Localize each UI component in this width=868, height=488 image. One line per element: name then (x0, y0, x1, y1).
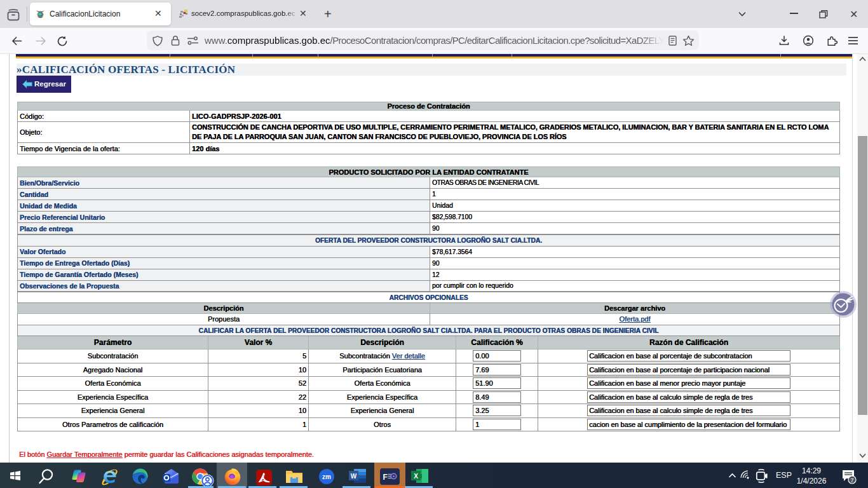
svg-text:7: 7 (850, 477, 853, 484)
svg-text:F: F (383, 473, 388, 482)
svg-text:W: W (351, 473, 357, 480)
svg-text:X: X (414, 473, 418, 480)
svg-text:zm: zm (322, 473, 331, 480)
